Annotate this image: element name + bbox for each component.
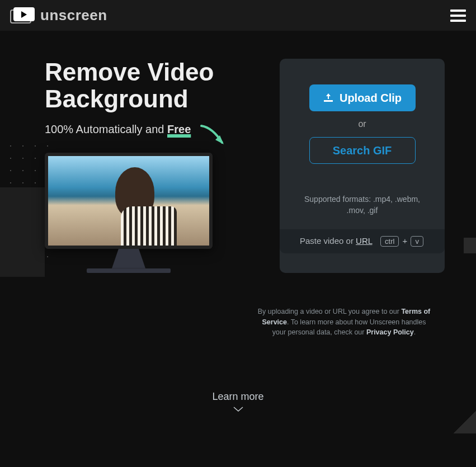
key-v: v bbox=[411, 236, 423, 247]
legal-t3: . bbox=[414, 328, 416, 336]
subhead-free: Free bbox=[167, 123, 191, 135]
monitor-base bbox=[87, 268, 171, 273]
monitor-screen bbox=[45, 153, 213, 249]
plus: + bbox=[403, 236, 408, 246]
paste-url-link[interactable]: URL bbox=[356, 236, 372, 246]
svg-rect-0 bbox=[324, 100, 333, 102]
paste-bar: Paste video or URL ctrl + v bbox=[280, 229, 445, 253]
video-thumbnail bbox=[48, 156, 209, 246]
hero-left: Remove Video Background 100% Automatical… bbox=[45, 59, 246, 273]
legal-text: By uploading a video or URL you agree to… bbox=[257, 306, 431, 338]
paste-prefix: Paste video or bbox=[300, 236, 356, 246]
privacy-policy-link[interactable]: Privacy Policy bbox=[366, 328, 414, 336]
upload-label: Upload Clip bbox=[340, 92, 402, 105]
logo[interactable]: unscreen bbox=[10, 7, 107, 24]
key-ctrl: ctrl bbox=[380, 236, 399, 247]
upload-icon bbox=[323, 93, 334, 103]
search-gif-button[interactable]: Search GIF bbox=[309, 137, 416, 164]
monitor-stand bbox=[112, 249, 145, 268]
arrow-icon bbox=[199, 123, 232, 151]
legal-t1: By uploading a video or URL you agree to… bbox=[258, 308, 402, 315]
main: Remove Video Background 100% Automatical… bbox=[0, 31, 476, 273]
header: unscreen bbox=[0, 0, 476, 31]
search-gif-label: Search GIF bbox=[333, 144, 392, 157]
upload-panel: Upload Clip or Search GIF Supported form… bbox=[280, 59, 445, 273]
bg-block-decoration bbox=[0, 187, 45, 277]
brand-name: unscreen bbox=[40, 7, 107, 24]
learn-more[interactable]: Learn more bbox=[0, 391, 476, 416]
chevron-down-icon bbox=[233, 406, 244, 413]
headline: Remove Video Background bbox=[45, 59, 246, 113]
supported-formats: Supported formats: .mp4, .webm, .mov, .g… bbox=[289, 194, 436, 216]
or-divider: or bbox=[358, 119, 366, 129]
learn-more-label: Learn more bbox=[0, 391, 476, 403]
menu-icon[interactable] bbox=[450, 10, 466, 22]
side-decoration bbox=[464, 238, 476, 253]
corner-decoration bbox=[454, 411, 476, 433]
monitor-preview bbox=[45, 153, 213, 273]
logo-icon bbox=[10, 7, 35, 23]
upload-clip-button[interactable]: Upload Clip bbox=[309, 84, 416, 111]
subhead-prefix: 100% Automatically and bbox=[45, 123, 167, 135]
